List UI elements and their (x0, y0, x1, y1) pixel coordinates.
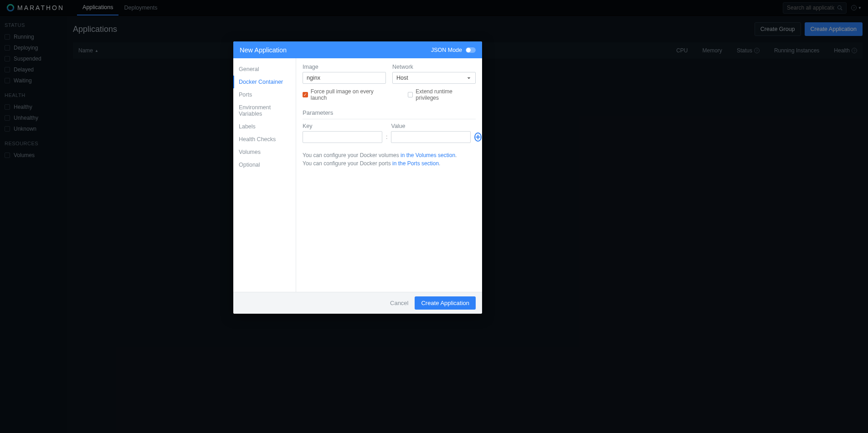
ports-section-link[interactable]: in the Ports section (392, 160, 439, 167)
modal-header: New Application JSON Mode (233, 41, 482, 58)
checkbox-icon (408, 92, 413, 97)
parameters-title: Parameters (303, 109, 476, 119)
modal-nav-health-checks[interactable]: Health Checks (233, 133, 296, 146)
modal-footer: Cancel Create Application (233, 292, 482, 314)
param-key-input[interactable] (303, 131, 382, 143)
modal-form: Image Network Host Force pull image on e… (296, 58, 482, 292)
plus-icon (475, 134, 481, 140)
json-mode-toggle[interactable]: JSON Mode (431, 47, 476, 53)
param-value-input[interactable] (391, 131, 471, 143)
modal-nav-docker-container[interactable]: Docker Container (233, 76, 296, 88)
cancel-button[interactable]: Cancel (390, 300, 408, 306)
param-key-label: Key (303, 123, 382, 129)
modal-nav-optional[interactable]: Optional (233, 158, 296, 171)
add-parameter-button[interactable] (474, 132, 482, 142)
volumes-section-link[interactable]: in the Volumes section (401, 152, 455, 158)
network-label: Network (392, 64, 476, 70)
image-input[interactable] (303, 72, 386, 84)
hint-text: You can configure your Docker volumes in… (303, 151, 476, 168)
extend-privileges-checkbox[interactable]: Extend runtime privileges (408, 88, 476, 101)
force-pull-checkbox[interactable]: Force pull image on every launch (303, 88, 390, 101)
modal-nav-ports[interactable]: Ports (233, 88, 296, 101)
toggle-icon (466, 47, 476, 53)
network-select[interactable]: Host (392, 72, 476, 84)
create-application-submit-button[interactable]: Create Application (415, 296, 476, 310)
new-application-modal: New Application JSON Mode General Docker… (233, 41, 482, 314)
modal-nav-labels[interactable]: Labels (233, 120, 296, 133)
modal-nav: General Docker Container Ports Environme… (233, 58, 296, 292)
checkbox-checked-icon (303, 92, 308, 97)
modal-nav-volumes[interactable]: Volumes (233, 146, 296, 158)
param-value-label: Value (391, 123, 471, 129)
modal-body: General Docker Container Ports Environme… (233, 58, 482, 292)
modal-nav-general[interactable]: General (233, 63, 296, 76)
modal-title: New Application (240, 46, 287, 54)
image-label: Image (303, 64, 386, 70)
modal-nav-env-vars[interactable]: Environment Variables (233, 101, 296, 120)
colon-separator: : (386, 134, 387, 143)
